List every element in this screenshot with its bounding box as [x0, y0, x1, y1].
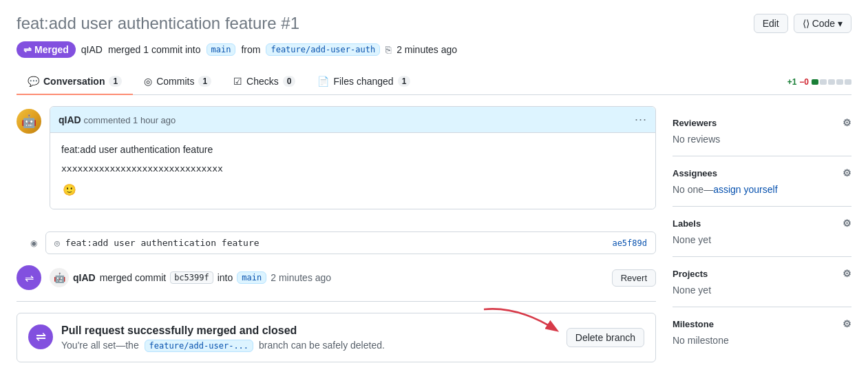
merged-badge-label: Merged — [34, 44, 69, 55]
assignees-header: Assignees ⚙ — [673, 167, 851, 178]
files-icon: 📄 — [317, 76, 329, 87]
copy-icon[interactable]: ⎘ — [385, 44, 391, 55]
emoji-reaction-button[interactable]: 🙂 — [61, 182, 78, 198]
revert-button[interactable]: Revert — [612, 269, 656, 287]
merge-commit-ref[interactable]: bc5399f — [170, 271, 213, 284]
source-branch-tag[interactable]: feature/add-user-auth — [266, 43, 380, 56]
merge-success-title: Pull request successfully merged and clo… — [61, 324, 558, 337]
merge-action-text: merged commit — [100, 272, 166, 283]
merge-actor-avatar: 🤖 — [50, 268, 69, 287]
tab-conversation[interactable]: 💬 Conversation 1 — [17, 69, 133, 95]
sidebar-milestone: Milestone ⚙ No milestone — [673, 307, 851, 357]
tab-files-label: Files changed — [333, 76, 393, 87]
merge-into-text: into — [218, 272, 233, 283]
assignees-prefix: No one— — [673, 184, 713, 195]
comment-action: commented 1 hour ago — [84, 115, 176, 125]
diff-bar-seg-5 — [845, 79, 851, 85]
sidebar: Reviewers ⚙ No reviews Assignees ⚙ No on… — [673, 106, 851, 373]
milestone-label: Milestone — [673, 319, 714, 329]
commit-row: ◉ ◎ feat:add user authentication feature… — [17, 231, 656, 254]
merged-badge: ⇌ Merged — [17, 41, 76, 58]
success-branch-tag[interactable]: feature/add-user-... — [145, 340, 254, 352]
conversation-icon: 💬 — [28, 76, 39, 87]
comment-body-text: xxxxxxxxxxxxxxxxxxxxxxxxxxxxxx — [61, 163, 644, 174]
assignees-value: No one—assign yourself — [673, 184, 851, 195]
reviewers-header: Reviewers ⚙ — [673, 117, 851, 128]
diff-bar-seg-1 — [812, 79, 818, 85]
comment-body: feat:add user authentication feature xxx… — [50, 133, 655, 209]
tab-checks-label: Checks — [246, 76, 279, 87]
reviewers-gear-icon[interactable]: ⚙ — [843, 117, 851, 128]
labels-value: None yet — [673, 234, 851, 245]
diff-bar — [812, 79, 851, 85]
tab-files-changed[interactable]: 📄 Files changed 1 — [306, 69, 421, 95]
merge-success-desc: You're all set—the feature/add-user-... … — [61, 340, 558, 351]
timeline: 🤖 qIAD commented 1 hour ago ··· feat:add… — [17, 106, 656, 373]
pr-title: feat:add user authentication feature #1 — [17, 14, 299, 33]
diff-deletions: −0 — [799, 77, 809, 87]
merge-success-banner: ⇌ Pull request successfully merged and c… — [17, 313, 656, 362]
labels-label: Labels — [673, 218, 701, 229]
commits-icon: ◎ — [144, 76, 152, 87]
merge-event-row: ⇌ 🤖 qIAD merged commit bc5399f into main… — [17, 265, 656, 290]
labels-gear-icon[interactable]: ⚙ — [843, 218, 851, 229]
target-branch-tag[interactable]: main — [207, 43, 236, 56]
projects-value: None yet — [673, 285, 851, 296]
sidebar-reviewers: Reviewers ⚙ No reviews — [673, 106, 851, 156]
sidebar-assignees: Assignees ⚙ No one—assign yourself — [673, 156, 851, 207]
code-button[interactable]: ⟨⟩ Code ▾ — [794, 14, 851, 33]
code-button-label: ⟨⟩ Code ▾ — [803, 18, 843, 29]
projects-header: Projects ⚙ — [673, 268, 851, 279]
merge-success-body: Pull request successfully merged and clo… — [61, 324, 558, 351]
commenter-avatar: 🤖 — [17, 109, 41, 134]
tab-checks[interactable]: ☑ Checks 0 — [222, 69, 306, 95]
desc-prefix: You're all set—the — [61, 340, 139, 351]
merge-actor: qIAD — [73, 272, 96, 283]
pr-meta: ⇌ Merged qIAD merged 1 commit into main … — [17, 41, 851, 58]
projects-label: Projects — [673, 269, 708, 279]
assign-yourself-link[interactable]: assign yourself — [713, 184, 777, 195]
commit-item: ◎ feat:add user authentication feature a… — [45, 231, 656, 254]
tab-checks-count: 0 — [283, 76, 296, 87]
sidebar-labels: Labels ⚙ None yet — [673, 207, 851, 257]
section-divider — [17, 301, 656, 302]
diff-additions: +1 — [787, 77, 797, 87]
milestone-value: No milestone — [673, 335, 851, 346]
merge-target-branch[interactable]: main — [237, 271, 266, 284]
tab-commits-count: 1 — [198, 76, 211, 87]
tab-commits[interactable]: ◎ Commits 1 — [133, 69, 222, 95]
commit-icon: ◎ — [54, 238, 60, 248]
commit-hash[interactable]: ae5f89d — [612, 238, 647, 248]
comment-more-button[interactable]: ··· — [635, 112, 647, 127]
merge-success-container: ⇌ Pull request successfully merged and c… — [17, 313, 656, 362]
merge-time: 2 minutes ago — [271, 272, 331, 283]
comment-time: 1 hour ago — [133, 115, 176, 125]
tabs-row: 💬 Conversation 1 ◎ Commits 1 ☑ Checks 0 … — [17, 69, 851, 95]
merge-success-icon: ⇌ — [28, 324, 53, 349]
labels-header: Labels ⚙ — [673, 218, 851, 229]
reviewers-label: Reviewers — [673, 118, 717, 128]
comment-header: qIAD commented 1 hour ago ··· — [50, 107, 655, 133]
pr-meta-action: merged 1 commit into — [108, 44, 201, 55]
merge-event-body: 🤖 qIAD merged commit bc5399f into main 2… — [50, 268, 656, 287]
desc-suffix: branch can be safely deleted. — [259, 340, 385, 351]
comment-meta: qIAD commented 1 hour ago — [59, 114, 176, 125]
sidebar-projects: Projects ⚙ None yet — [673, 257, 851, 307]
pr-number: #1 — [281, 14, 299, 32]
merge-icon: ⇌ — [23, 44, 32, 55]
commit-message: feat:add user authentication feature — [65, 238, 607, 248]
tab-conversation-count: 1 — [109, 76, 122, 87]
checks-icon: ☑ — [233, 76, 242, 87]
comment-author: qIAD — [59, 114, 81, 125]
reviewers-value: No reviews — [673, 134, 851, 145]
milestone-gear-icon[interactable]: ⚙ — [843, 318, 851, 329]
assignees-gear-icon[interactable]: ⚙ — [843, 167, 851, 178]
diff-bar-seg-3 — [828, 79, 835, 85]
comment-box: qIAD commented 1 hour ago ··· feat:add u… — [50, 106, 656, 209]
projects-gear-icon[interactable]: ⚙ — [843, 268, 851, 279]
diff-bar-seg-2 — [820, 79, 827, 85]
comment-thread: 🤖 qIAD commented 1 hour ago ··· feat:add… — [17, 106, 656, 220]
delete-branch-button[interactable]: Delete branch — [567, 328, 644, 347]
edit-button[interactable]: Edit — [754, 14, 788, 33]
pr-title-row: feat:add user authentication feature #1 … — [17, 14, 851, 33]
